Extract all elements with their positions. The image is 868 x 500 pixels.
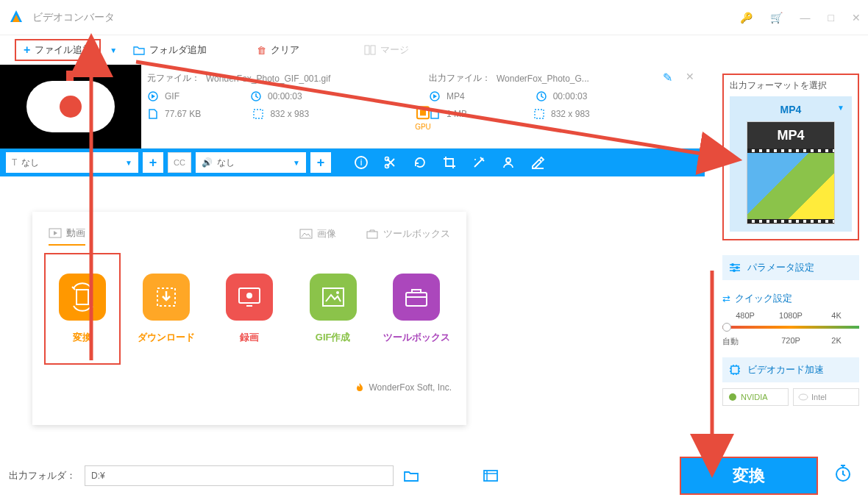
browse-folder-icon[interactable]	[402, 467, 420, 485]
rotate-icon[interactable]	[408, 150, 433, 175]
sidebar: 出力フォーマットを選択 MP4 ▼ MP4 パラメータ設定 ⇄ クイック設定 4…	[722, 74, 859, 406]
chevron-down-icon: ▼	[293, 159, 300, 167]
svg-rect-6	[420, 110, 426, 115]
feature-download-label: ダウンロード	[138, 331, 195, 344]
cart-icon[interactable]: 🛒	[770, 12, 783, 24]
bottom-bar: 出力フォルダ： 変換	[9, 457, 859, 494]
cut-icon[interactable]	[378, 150, 403, 175]
edit-all-icon[interactable]	[525, 150, 550, 175]
param-label: パラメータ設定	[747, 261, 814, 274]
audio-select[interactable]: 🔊 なし ▼	[196, 152, 306, 173]
output-folder-input[interactable]	[85, 465, 394, 486]
parameter-settings-button[interactable]: パラメータ設定	[722, 255, 859, 280]
out-file-name: WonderFox_Photo_G...	[497, 74, 589, 84]
key-icon[interactable]: 🔑	[740, 12, 753, 24]
svg-rect-30	[731, 366, 739, 374]
merge-icon	[364, 45, 376, 55]
add-subtitle-button[interactable]: +	[143, 152, 163, 173]
schedule-icon[interactable]	[833, 463, 859, 489]
subtitle-select[interactable]: T なし ▼	[6, 152, 138, 173]
audio-value: なし	[217, 157, 235, 169]
chip-icon	[728, 363, 741, 376]
convert-button[interactable]: 変換	[680, 457, 818, 495]
clear-label: クリア	[271, 43, 299, 57]
remove-file-icon[interactable]: ✕	[686, 71, 694, 82]
nvidia-icon	[728, 392, 738, 402]
quick-label: クイック設定	[735, 292, 792, 305]
cc-button[interactable]: CC	[168, 152, 191, 173]
svg-point-31	[729, 393, 736, 401]
folder-icon	[133, 45, 145, 55]
add-audio-button[interactable]: +	[310, 152, 331, 173]
compress-icon: ⇄	[722, 293, 730, 304]
feature-convert[interactable]: 変換	[44, 253, 121, 365]
merge-button[interactable]: マージ	[357, 40, 416, 60]
maximize-button[interactable]: □	[828, 12, 834, 24]
clock-icon	[250, 90, 262, 102]
toolbox-icon	[366, 229, 379, 239]
chevron-down-icon: ▼	[837, 104, 844, 112]
svg-text:i: i	[360, 157, 363, 168]
tab-toolbox[interactable]: ツールボックス	[366, 226, 450, 246]
app-logo-icon	[7, 9, 25, 26]
resolution-slider[interactable]	[722, 326, 859, 329]
tab-image-label: 画像	[317, 227, 336, 240]
svg-rect-9	[535, 110, 544, 118]
feature-toolbox-label: ツールボックス	[383, 331, 450, 344]
src-file-name: WonderFox_Photo_GIF_001.gif	[206, 74, 330, 84]
format-selector[interactable]: MP4 ▼ MP4	[730, 96, 852, 232]
gpu-accel-button[interactable]: ビデオカード加速	[722, 357, 859, 382]
add-folder-button[interactable]: フォルダ追加	[126, 40, 214, 60]
minimize-button[interactable]: —	[800, 12, 811, 24]
format-icon	[147, 90, 159, 102]
add-file-button[interactable]: + ファイル追加	[15, 39, 101, 61]
file-thumbnail[interactable]	[0, 65, 141, 149]
control-strip: T なし ▼ + CC 🔊 なし ▼ + i	[0, 149, 705, 176]
res-auto: 自動	[722, 336, 768, 347]
main-toolbar: + ファイル追加 ▼ フォルダ追加 🗑 クリア マージ	[0, 35, 868, 65]
open-output-icon[interactable]	[482, 467, 499, 485]
gpu-badge: GPU	[414, 104, 432, 131]
add-file-label: ファイル追加	[35, 43, 92, 57]
res-4k: 4K	[814, 311, 859, 320]
svg-rect-4	[254, 110, 263, 118]
intel-badge[interactable]: Intel	[793, 388, 859, 406]
quick-settings: ⇄ クイック設定 480P 1080P 4K 自動 720P 2K	[722, 292, 859, 347]
crop-icon[interactable]	[437, 150, 462, 175]
tab-video[interactable]: 動画	[49, 226, 85, 246]
clear-button[interactable]: 🗑 クリア	[249, 40, 307, 60]
feature-record[interactable]: 録画	[211, 253, 288, 365]
svg-point-27	[731, 263, 734, 266]
edit-icon[interactable]: ✎	[663, 71, 672, 85]
svg-point-15	[477, 163, 478, 165]
add-folder-label: フォルダ追加	[149, 43, 207, 57]
tab-video-label: 動画	[66, 226, 85, 240]
video-icon	[49, 228, 62, 238]
effects-icon[interactable]	[466, 150, 491, 175]
svg-point-23	[246, 293, 252, 299]
feature-download[interactable]: ダウンロード	[128, 253, 204, 365]
subtitle-value: なし	[21, 157, 39, 169]
image-icon	[299, 229, 313, 239]
output-folder-label: 出力フォルダ：	[9, 469, 76, 482]
tab-image[interactable]: 画像	[299, 226, 336, 246]
out-dims: 832 x 983	[551, 109, 590, 119]
feature-gif[interactable]: GIF作成	[295, 253, 371, 365]
sliders-icon	[728, 262, 741, 273]
plus-icon: +	[24, 43, 30, 57]
info-icon[interactable]: i	[349, 150, 374, 175]
src-file-label: 元ファイル：	[147, 72, 200, 85]
speaker-icon: 🔊	[202, 157, 213, 168]
feature-panel: 動画 画像 ツールボックス 変換 ダウンロード 録画 GIF作成	[32, 212, 466, 425]
svg-rect-0	[365, 46, 369, 54]
close-button[interactable]: ✕	[852, 12, 861, 24]
svg-point-32	[799, 394, 808, 400]
output-format-title: 出力フォーマットを選択	[730, 79, 852, 92]
add-file-dropdown[interactable]: ▼	[104, 46, 123, 54]
tab-toolbox-label: ツールボックス	[383, 227, 450, 240]
res-2k: 2K	[814, 336, 859, 347]
watermark-icon[interactable]	[496, 150, 521, 175]
svg-point-14	[474, 159, 476, 160]
feature-toolbox[interactable]: ツールボックス	[378, 253, 455, 365]
nvidia-badge[interactable]: NVIDIA	[722, 388, 789, 406]
